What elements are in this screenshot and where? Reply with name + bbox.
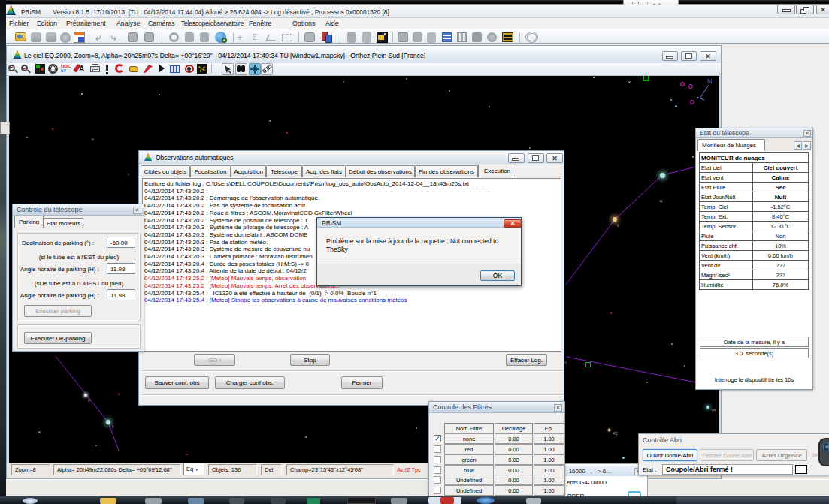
svg-text:N: N [707,77,713,85]
